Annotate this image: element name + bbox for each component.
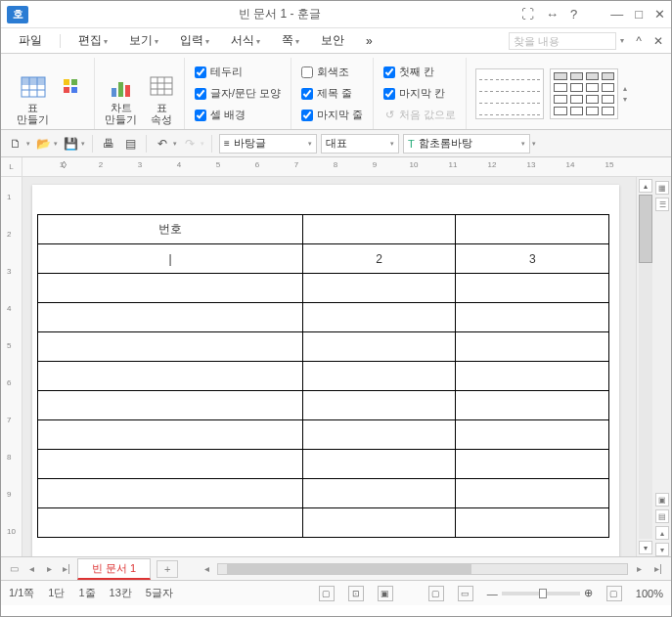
check-last-row[interactable]: 마지막 줄 — [301, 106, 363, 125]
paragraph-style-combo[interactable]: ≡바탕글▾ — [219, 134, 317, 154]
table-cell[interactable] — [302, 362, 456, 391]
zoom-slider[interactable] — [502, 592, 580, 595]
table-cell[interactable] — [38, 303, 303, 332]
table-cell[interactable] — [456, 450, 609, 479]
table-cell[interactable] — [302, 303, 456, 332]
table-cell[interactable] — [456, 479, 609, 508]
representation-combo[interactable]: 대표▾ — [321, 134, 399, 154]
check-char-paragraph[interactable]: 글자/문단 모양 — [195, 84, 281, 104]
scrollbar-thumb[interactable] — [639, 195, 652, 263]
table-cell[interactable] — [38, 420, 303, 450]
hscroll-end-icon[interactable]: ▸| — [650, 560, 667, 578]
zoom-percent[interactable]: 100% — [636, 588, 663, 599]
scroll-down-icon[interactable]: ▾ — [639, 541, 652, 554]
table-cell[interactable] — [302, 479, 456, 508]
side-tool-3[interactable]: ▣ — [655, 493, 669, 507]
close-panel-icon[interactable]: ✕ — [653, 34, 663, 48]
hscroll-thumb[interactable] — [227, 564, 472, 574]
side-tool-down[interactable]: ▾ — [655, 543, 669, 556]
table-cell[interactable] — [38, 391, 303, 420]
menu-edit[interactable]: 편집▾ — [68, 29, 117, 52]
view-mode-1[interactable]: ▢ — [319, 586, 335, 601]
table-cell[interactable] — [302, 274, 456, 303]
search-dropdown-icon[interactable]: ▾ — [620, 36, 624, 45]
tab-end-icon[interactable]: ▸| — [58, 560, 75, 578]
tab-prev-icon[interactable]: ◂ — [22, 560, 40, 578]
hscroll-left-icon[interactable]: ◂ — [198, 560, 215, 578]
table-cell[interactable] — [38, 450, 303, 479]
view-mode-2[interactable]: ⊡ — [348, 586, 364, 601]
tab-list-icon[interactable]: ▭ — [5, 560, 22, 578]
table-cell[interactable] — [456, 391, 609, 420]
menu-input[interactable]: 입력▾ — [170, 29, 219, 52]
table-cell[interactable] — [38, 274, 303, 303]
table-cell[interactable] — [456, 274, 609, 303]
table-style-2[interactable] — [550, 68, 618, 119]
table-cell[interactable] — [38, 508, 303, 538]
check-cell-bg[interactable]: 셀 배경 — [195, 106, 281, 125]
table-cell[interactable] — [302, 215, 456, 244]
menu-format[interactable]: 서식▾ — [221, 29, 270, 52]
table-cell[interactable] — [456, 303, 609, 332]
menu-more[interactable]: » — [356, 31, 382, 51]
search-input[interactable]: 찾을 내용 — [509, 32, 616, 50]
menu-page[interactable]: 쪽▾ — [272, 29, 309, 52]
maximize-button[interactable]: □ — [635, 7, 643, 22]
arrows-icon[interactable]: ↔ — [546, 7, 559, 22]
redo-button[interactable]: ↷ — [181, 135, 199, 153]
table-cell[interactable] — [456, 508, 609, 538]
view-mode-5[interactable]: ▭ — [458, 586, 473, 601]
undo-button[interactable]: ↶ — [154, 135, 171, 153]
horizontal-scrollbar[interactable]: ◂ ▸ ▸| — [198, 560, 667, 578]
side-tool-1[interactable]: ▦ — [655, 181, 669, 195]
table-cell[interactable] — [302, 332, 456, 362]
table-template-button[interactable] — [55, 72, 88, 127]
side-tool-2[interactable]: ☰ — [655, 198, 669, 211]
close-button[interactable]: ✕ — [654, 7, 665, 22]
table-cell[interactable] — [456, 420, 609, 450]
menu-view[interactable]: 보기▾ — [119, 29, 168, 52]
zoom-in-icon[interactable]: ⊕ — [584, 587, 593, 599]
check-border[interactable]: 테두리 — [195, 63, 281, 82]
preview-button[interactable]: ▤ — [121, 135, 139, 153]
expand-icon[interactable]: ⛶ — [521, 7, 534, 22]
table-properties-button[interactable]: 표 속성 — [145, 72, 178, 127]
style-scroll-up-icon[interactable]: ▴ — [623, 84, 627, 93]
chart-button[interactable]: 차트 만들기 — [101, 72, 141, 127]
table-cell[interactable] — [302, 391, 456, 420]
table-cell[interactable] — [302, 508, 456, 538]
scroll-up-icon[interactable]: ▴ — [639, 179, 652, 193]
table-cell[interactable] — [302, 450, 456, 479]
new-doc-button[interactable]: 🗋 — [7, 135, 24, 153]
document-tab[interactable]: 빈 문서 1 — [77, 558, 151, 580]
check-grayscale[interactable]: 회색조 — [301, 63, 363, 82]
font-combo[interactable]: T함초롬바탕▾ — [403, 134, 530, 154]
zoom-out-icon[interactable]: — — [487, 588, 498, 599]
menu-security[interactable]: 보안 — [311, 29, 354, 52]
table-cell[interactable]: 번호 — [38, 215, 303, 244]
table-cell[interactable] — [456, 332, 609, 362]
save-button[interactable]: 💾 — [62, 135, 79, 153]
view-mode-4[interactable]: ▢ — [428, 586, 444, 601]
horizontal-ruler[interactable]: ◊ 123456789101112131415 — [22, 157, 636, 177]
minimize-button[interactable]: — — [610, 7, 623, 22]
zoom-fit-icon[interactable]: ▢ — [606, 586, 622, 601]
check-first-col[interactable]: 첫째 칸 — [383, 63, 456, 82]
print-button[interactable]: 🖶 — [100, 135, 117, 153]
vertical-ruler[interactable]: 12345678910 — [1, 177, 22, 556]
add-tab-button[interactable]: + — [157, 560, 178, 578]
check-title-row[interactable]: 제목 줄 — [301, 84, 363, 104]
view-mode-3[interactable]: ▣ — [378, 586, 393, 601]
document-area[interactable]: 번호 |23 — [22, 177, 636, 556]
collapse-ribbon-icon[interactable]: ^ — [636, 34, 642, 48]
table-cell[interactable]: | — [38, 244, 303, 274]
check-last-col[interactable]: 마지막 칸 — [383, 84, 456, 104]
table-cell[interactable] — [38, 479, 303, 508]
hscroll-right-icon[interactable]: ▸ — [630, 560, 648, 578]
table-cell[interactable] — [38, 332, 303, 362]
style-scroll-down-icon[interactable]: ▾ — [623, 95, 627, 104]
menu-file[interactable]: 파일 — [9, 29, 52, 52]
table-cell[interactable]: 3 — [456, 244, 609, 274]
make-table-button[interactable]: 표 만들기 — [13, 72, 53, 127]
tab-next-icon[interactable]: ▸ — [40, 560, 58, 578]
